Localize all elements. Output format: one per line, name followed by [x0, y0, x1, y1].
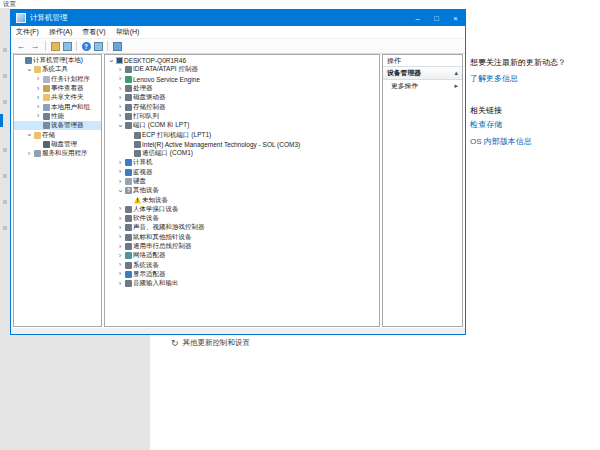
tree-item-label: 监视器: [132, 168, 153, 177]
expander-icon[interactable]: ›: [116, 270, 124, 278]
tree-item[interactable]: ›处理器: [105, 84, 379, 93]
expander-icon[interactable]: ›: [34, 112, 42, 120]
tree-item[interactable]: ›通用串行总线控制器: [105, 242, 379, 251]
tree-item-label: 声音、视频和游戏控制器: [132, 223, 205, 232]
menu-item[interactable]: 查看(V): [77, 27, 110, 37]
menu-item[interactable]: 操作(A): [44, 27, 77, 37]
shared-folders-icon: [43, 94, 50, 101]
tree-item[interactable]: ›Lenovo Service Engine: [105, 75, 379, 84]
tree-item[interactable]: !未知设备: [105, 195, 379, 204]
tree-item-label: 通用串行总线控制器: [132, 242, 192, 251]
tree-item[interactable]: ›端口 (COM 和 LPT): [105, 121, 379, 130]
help-icon[interactable]: ?: [82, 42, 91, 51]
folder-icon[interactable]: [51, 42, 60, 51]
check-storage-link[interactable]: 检查存储: [470, 119, 502, 130]
expander-icon[interactable]: ›: [116, 103, 124, 111]
audio-devices-icon: [125, 280, 132, 287]
tree-item-label: 本地用户和组: [50, 103, 90, 112]
expander-icon[interactable]: ›: [25, 150, 33, 158]
learn-more-link[interactable]: 了解更多信息: [470, 73, 518, 84]
tree-item[interactable]: ›事件查看器: [14, 84, 101, 93]
tree-item[interactable]: ›软件设备: [105, 214, 379, 223]
tree-item[interactable]: ›键盘: [105, 177, 379, 186]
os-build-info-link[interactable]: OS 内部版本信息: [470, 136, 532, 147]
expander-icon[interactable]: ›: [116, 75, 124, 83]
menu-item[interactable]: 文件(F): [11, 27, 44, 37]
expander-icon[interactable]: ›: [116, 94, 124, 102]
maximize-button[interactable]: □: [427, 10, 446, 26]
expander-icon[interactable]: ›: [34, 85, 42, 93]
tree-item[interactable]: 通信端口 (COM1): [105, 149, 379, 158]
console-icon[interactable]: [63, 42, 72, 51]
tree-item[interactable]: ›鼠标和其他指针设备: [105, 233, 379, 242]
console-icon[interactable]: [94, 42, 103, 51]
tree-item[interactable]: ›音频输入和输出: [105, 279, 379, 288]
expander-icon[interactable]: ›: [116, 224, 124, 232]
tree-item[interactable]: ›存储控制器: [105, 102, 379, 111]
tree-item[interactable]: ›声音、视频和游戏控制器: [105, 223, 379, 232]
expander-icon[interactable]: ›: [116, 122, 124, 130]
performance-icon: [43, 113, 50, 120]
tree-item[interactable]: ›?其他设备: [105, 186, 379, 195]
toolbar: ←→?: [11, 39, 465, 54]
back-arrow-icon[interactable]: ←: [16, 42, 27, 51]
tree-item[interactable]: 设备管理器: [14, 121, 101, 130]
tree-item[interactable]: ›监视器: [105, 168, 379, 177]
tree-item[interactable]: ›网络适配器: [105, 251, 379, 260]
close-button[interactable]: ×: [446, 10, 465, 26]
toolbar-separator: [45, 41, 46, 51]
tree-item[interactable]: 计算机管理(本地): [14, 56, 101, 65]
titlebar[interactable]: 计算机管理 – □ ×: [11, 10, 465, 26]
expander-icon[interactable]: ›: [116, 159, 124, 167]
tree-item[interactable]: ›显示适配器: [105, 270, 379, 279]
console-tree-panel: 计算机管理(本地)›系统工具›任务计划程序›事件查看器›共享文件夹›本地用户和组…: [13, 54, 102, 327]
expander-icon[interactable]: ›: [25, 66, 33, 74]
expander-icon[interactable]: ›: [116, 233, 124, 241]
forward-arrow-icon[interactable]: →: [30, 42, 41, 51]
expander-icon[interactable]: ›: [116, 205, 124, 213]
tree-item[interactable]: ›人体学接口设备: [105, 205, 379, 214]
tree-item[interactable]: ›IDE ATA/ATAPI 控制器: [105, 65, 379, 74]
tree-item[interactable]: ›系统设备: [105, 261, 379, 270]
tree-item[interactable]: ›计算机: [105, 158, 379, 167]
tree-item[interactable]: ›共享文件夹: [14, 93, 101, 102]
tree-item[interactable]: ›磁盘驱动器: [105, 93, 379, 102]
tree-item[interactable]: ›本地用户和组: [14, 102, 101, 111]
expander-icon[interactable]: ›: [116, 252, 124, 260]
expander-icon[interactable]: ›: [34, 94, 42, 102]
menu-item[interactable]: 帮助(H): [111, 27, 145, 37]
expander-icon[interactable]: ›: [116, 178, 124, 186]
expander-icon[interactable]: ›: [116, 112, 124, 120]
tree-item[interactable]: ECP 打印机端口 (LPT1): [105, 130, 379, 139]
expander-icon[interactable]: ›: [34, 75, 42, 83]
expander-icon[interactable]: ›: [34, 103, 42, 111]
tree-item[interactable]: ›DESKTOP-Q0R1R46: [105, 56, 379, 65]
tree-item[interactable]: ›系统工具: [14, 65, 101, 74]
tree-item-label: 系统设备: [132, 261, 159, 270]
expander-icon[interactable]: ›: [116, 85, 124, 93]
minimize-button[interactable]: –: [408, 10, 427, 26]
expander-icon[interactable]: ›: [116, 243, 124, 251]
expander-icon[interactable]: ›: [116, 261, 124, 269]
other-update-settings-row[interactable]: ↻ 其他更新控制和设置: [171, 338, 250, 348]
expander-icon[interactable]: ›: [116, 168, 124, 176]
expander-icon[interactable]: ›: [116, 187, 124, 195]
tree-item[interactable]: ›打印队列: [105, 112, 379, 121]
tree-item[interactable]: ›服务和应用程序: [14, 149, 101, 158]
tree-item[interactable]: Intel(R) Active Management Technology - …: [105, 140, 379, 149]
tree-item[interactable]: 磁盘管理: [14, 140, 101, 149]
actions-group-device-manager[interactable]: 设备管理器 ▴: [383, 67, 462, 80]
collapse-icon[interactable]: ▴: [454, 69, 458, 77]
expander-icon[interactable]: ›: [116, 66, 124, 74]
menu-bar: 文件(F)操作(A)查看(V)帮助(H): [11, 26, 465, 39]
expander-icon[interactable]: ›: [25, 131, 33, 139]
more-actions-item[interactable]: 更多操作 ▸: [383, 80, 462, 92]
tree-item[interactable]: ›任务计划程序: [14, 75, 101, 84]
tree-item[interactable]: ›性能: [14, 112, 101, 121]
expander-icon[interactable]: ›: [116, 215, 124, 223]
expander-icon[interactable]: ›: [116, 280, 124, 288]
remote-icon[interactable]: [113, 42, 122, 51]
tree-item-label: 共享文件夹: [50, 93, 84, 102]
tree-item[interactable]: ›存储: [14, 130, 101, 139]
expander-icon[interactable]: ›: [107, 57, 115, 65]
